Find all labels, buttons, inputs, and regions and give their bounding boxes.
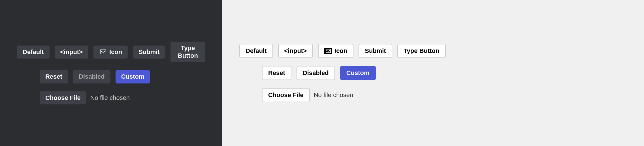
dark-type-button[interactable]: Type Button bbox=[170, 42, 205, 62]
light-file-input-row: Choose File No file chosen bbox=[262, 88, 353, 102]
dark-icon-button-label: Icon bbox=[109, 48, 122, 56]
dark-row-2: Reset Disabled Custom bbox=[40, 70, 150, 83]
light-reset-button[interactable]: Reset bbox=[262, 66, 291, 80]
light-row-2: Reset Disabled Custom bbox=[262, 66, 376, 80]
dark-icon-button[interactable]: Icon bbox=[93, 46, 128, 59]
light-icon-button-label: Icon bbox=[334, 47, 347, 55]
light-custom-button[interactable]: Custom bbox=[340, 66, 376, 80]
dark-disabled-button: Disabled bbox=[73, 70, 110, 83]
light-default-button[interactable]: Default bbox=[239, 44, 273, 58]
light-disabled-button: Disabled bbox=[297, 66, 335, 80]
dark-reset-button[interactable]: Reset bbox=[40, 70, 68, 83]
light-panel: Default <input> Icon Submit Type Button … bbox=[222, 0, 644, 146]
dark-no-file-label: No file chosen bbox=[90, 94, 130, 102]
dark-panel: Default <input> Icon Submit Type Button … bbox=[0, 0, 222, 146]
dark-default-button[interactable]: Default bbox=[17, 46, 50, 59]
dark-file-input-row: Choose File No file chosen bbox=[40, 91, 130, 104]
dark-row-1: Default <input> Icon Submit Type Button bbox=[17, 42, 205, 62]
light-choose-file-button[interactable]: Choose File bbox=[262, 88, 310, 102]
light-submit-button[interactable]: Submit bbox=[359, 44, 392, 58]
mail-icon bbox=[99, 49, 107, 55]
dark-custom-button[interactable]: Custom bbox=[116, 70, 150, 83]
light-input-button[interactable]: <input> bbox=[278, 44, 313, 58]
light-icon-button[interactable]: Icon bbox=[318, 44, 353, 58]
light-type-button[interactable]: Type Button bbox=[397, 44, 446, 58]
dark-input-button[interactable]: <input> bbox=[55, 46, 88, 59]
light-no-file-label: No file chosen bbox=[314, 91, 353, 99]
light-row-1: Default <input> Icon Submit Type Button bbox=[239, 44, 446, 58]
light-mail-icon bbox=[324, 48, 332, 54]
dark-choose-file-button[interactable]: Choose File bbox=[40, 91, 86, 104]
dark-submit-button[interactable]: Submit bbox=[133, 46, 165, 59]
